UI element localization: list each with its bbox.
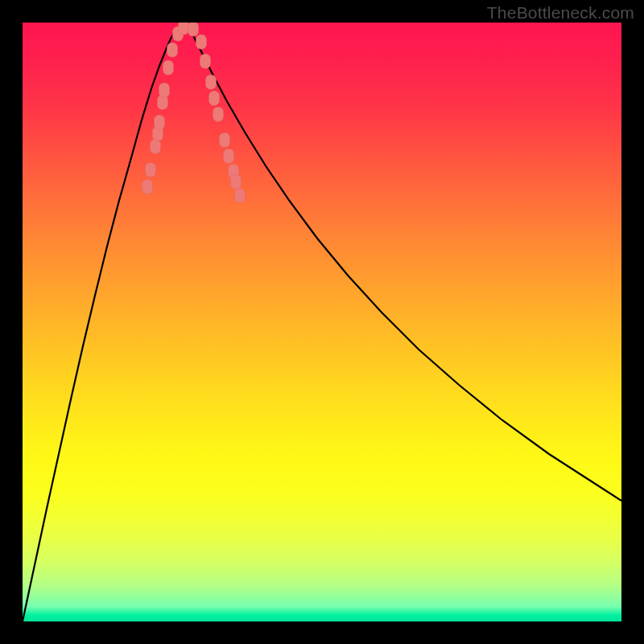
marker [146,163,156,177]
marker [213,107,224,122]
chart-frame: TheBottleneck.com [0,0,644,644]
marker [224,149,234,163]
marker [200,54,211,68]
marker [209,91,220,105]
left-curve [23,23,184,621]
marker [151,139,161,154]
curve-markers [142,23,246,203]
marker [179,23,189,35]
marker [231,175,242,189]
plot-area [23,23,621,621]
marker [167,43,178,57]
marker [155,115,165,130]
marker [142,180,153,194]
marker [220,133,230,147]
marker [196,35,207,49]
marker [159,83,170,97]
marker [163,60,174,75]
marker [188,23,199,36]
chart-svg [23,23,621,621]
right-curve [184,23,621,501]
watermark-text: TheBottleneck.com [487,3,634,23]
marker [206,75,217,89]
marker [235,188,246,203]
